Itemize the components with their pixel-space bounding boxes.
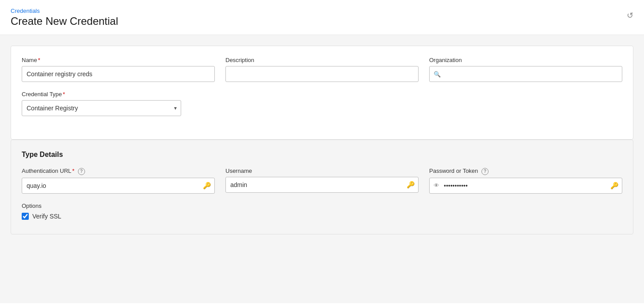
credential-type-label: Credential Type* (22, 91, 181, 97)
options-section: Options Verify SSL (22, 203, 622, 220)
name-input[interactable] (22, 66, 215, 82)
form-card: Name* Description Organization 🔍 (11, 46, 633, 140)
type-details-fields-row: Authentication URL* ? 🔑 Username 🔑 (22, 168, 622, 194)
credential-type-row: Credential Type* Container Registry Sour… (22, 91, 622, 116)
auth-url-input-wrapper: 🔑 (22, 178, 215, 194)
password-help-icon[interactable]: ? (481, 168, 489, 175)
credential-type-select-wrapper: Container Registry Source Control Machin… (22, 100, 181, 116)
description-group: Description (225, 57, 419, 82)
auth-url-label: Authentication URL* ? (22, 168, 215, 175)
content-area: Name* Description Organization 🔍 (0, 35, 644, 303)
organization-label: Organization (429, 57, 622, 63)
password-label: Password or Token ? (429, 168, 622, 175)
auth-url-group: Authentication URL* ? 🔑 (22, 168, 215, 194)
name-label: Name* (22, 57, 215, 63)
auth-url-required: * (72, 168, 74, 174)
organization-input[interactable] (429, 66, 622, 82)
password-key-icon[interactable]: 🔑 (610, 182, 619, 190)
verify-ssl-checkbox[interactable] (22, 213, 29, 220)
name-description-org-row: Name* Description Organization 🔍 (22, 57, 622, 82)
name-group: Name* (22, 57, 215, 82)
options-label: Options (22, 203, 622, 209)
type-details-section: Type Details Authentication URL* ? 🔑 Use… (11, 140, 633, 234)
password-group: Password or Token ? 👁 🔑 (429, 168, 622, 194)
password-input-wrapper: 👁 🔑 (429, 178, 622, 194)
username-input[interactable] (225, 177, 419, 193)
organization-group: Organization 🔍 (429, 57, 622, 82)
description-label: Description (225, 57, 419, 63)
organization-search-icon: 🔍 (434, 71, 441, 78)
history-icon[interactable]: ↺ (627, 11, 633, 20)
organization-input-wrapper: 🔍 (429, 66, 622, 82)
header: Credentials Create New Credential ↺ (0, 0, 644, 35)
auth-url-key-icon[interactable]: 🔑 (203, 182, 211, 190)
footer-actions: Save Cancel (0, 303, 644, 308)
username-label: Username (225, 168, 419, 174)
username-group: Username 🔑 (225, 168, 419, 194)
name-required: * (38, 57, 40, 63)
credential-type-select[interactable]: Container Registry Source Control Machin… (22, 100, 181, 116)
type-details-title: Type Details (22, 151, 622, 159)
credential-type-required: * (63, 91, 65, 97)
username-key-icon[interactable]: 🔑 (407, 181, 415, 189)
auth-url-input[interactable] (22, 178, 215, 194)
verify-ssl-label[interactable]: Verify SSL (32, 213, 61, 220)
username-input-wrapper: 🔑 (225, 177, 419, 193)
credential-type-group: Credential Type* Container Registry Sour… (22, 91, 181, 116)
breadcrumb-link[interactable]: Credentials (11, 8, 40, 14)
password-eye-icon[interactable]: 👁 (434, 182, 439, 189)
password-input[interactable] (429, 178, 622, 194)
auth-url-help-icon[interactable]: ? (78, 168, 85, 175)
description-input[interactable] (225, 66, 419, 82)
verify-ssl-row: Verify SSL (22, 213, 622, 220)
page-title: Create New Credential (11, 15, 118, 27)
